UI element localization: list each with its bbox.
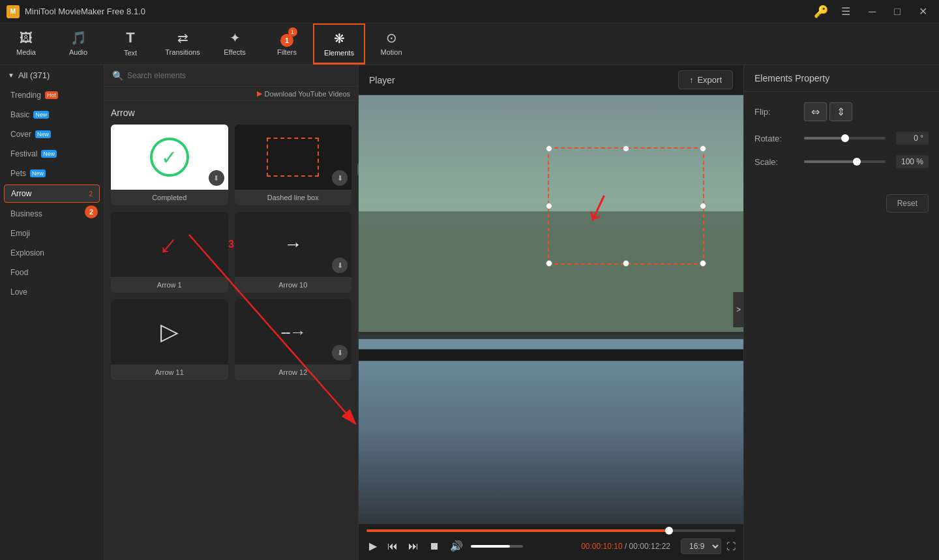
controls-row: ▶ ⏮ ⏭ ⏹ 🔊 00:00:10:10 / 00:00:12:22 16:9… (366, 537, 736, 555)
time-separator: / (625, 542, 629, 551)
category-festival[interactable]: Festival New (0, 144, 104, 164)
flip-horizontal-button[interactable]: ⇔ (804, 102, 827, 121)
all-categories[interactable]: ▼ All (371) (0, 65, 104, 85)
handle-bot-left[interactable] (546, 260, 552, 267)
progress-bar[interactable] (366, 529, 736, 532)
svg-rect-3 (359, 332, 743, 339)
filters-label: Filters (277, 48, 297, 56)
category-food-label: Food (10, 268, 28, 277)
fullscreen-button[interactable]: ⛶ (726, 541, 736, 552)
category-love[interactable]: Love (0, 282, 104, 302)
section-title: Arrow (111, 108, 351, 118)
expand-panel-button[interactable]: > (733, 292, 743, 327)
download-dashed-btn[interactable]: ⬇ (332, 170, 348, 186)
motion-label: Motion (380, 48, 402, 56)
volume-button[interactable]: 🔊 (447, 537, 466, 555)
basic-badge: New (33, 111, 49, 119)
category-love-label: Love (10, 287, 27, 297)
transitions-icon: ⇄ (177, 30, 188, 46)
category-emoji[interactable]: Emoji (0, 224, 104, 243)
flip-label: Flip: (754, 107, 794, 117)
download-arrow12-btn[interactable]: ⬇ (332, 345, 348, 361)
progress-thumb[interactable] (665, 527, 673, 535)
export-button[interactable]: ↑ Export (678, 70, 733, 89)
time-display: 00:00:10:10 / 00:00:12:22 (581, 542, 670, 551)
category-basic-label: Basic (10, 110, 29, 119)
download-completed-btn[interactable]: ⬇ (209, 170, 224, 186)
maximize-button[interactable]: □ (889, 3, 906, 20)
flip-row: Flip: ⇔ ⇕ (754, 102, 929, 121)
category-pets[interactable]: Pets New (0, 164, 104, 183)
element-arrow1[interactable]: ↓ Arrow 1 (111, 212, 228, 293)
category-food[interactable]: Food (0, 263, 104, 282)
volume-slider[interactable] (471, 545, 523, 548)
rotate-slider[interactable] (804, 137, 886, 140)
element-arrow10[interactable]: → ⬇ Arrow 10 (235, 212, 352, 293)
export-label: Export (697, 75, 722, 85)
scale-slider[interactable] (804, 160, 886, 163)
category-pets-label: Pets (10, 169, 26, 178)
category-emoji-label: Emoji (10, 229, 30, 238)
element-thumb-arrow11: ▷ (111, 299, 228, 364)
category-festival-label: Festival (10, 149, 37, 158)
category-cover-label: Cover (10, 130, 31, 139)
element-arrow11[interactable]: ▷ Arrow 11 (111, 299, 228, 380)
prev-frame-button[interactable]: ⏮ (385, 538, 400, 555)
handle-top-left[interactable] (546, 145, 552, 152)
arrow-element-in-video: ↓ (579, 179, 620, 231)
category-basic[interactable]: Basic New (0, 105, 104, 125)
text-icon: T (126, 29, 134, 46)
element-label-arrow1: Arrow 1 (111, 277, 228, 293)
toolbar-effects[interactable]: ✦ Effects (209, 23, 261, 65)
category-cover[interactable]: Cover New (0, 125, 104, 144)
next-frame-button[interactable]: ⏭ (406, 538, 421, 555)
rotate-slider-thumb[interactable] (841, 134, 849, 142)
flip-vertical-button[interactable]: ⇕ (829, 102, 852, 121)
category-trending[interactable]: Trending Hot (0, 85, 104, 105)
handle-bot-right[interactable] (700, 260, 706, 267)
toolbar-audio[interactable]: 🎵 Audio (52, 23, 104, 65)
selection-box: ↓ (548, 147, 704, 265)
play-button[interactable]: ▶ (366, 537, 380, 555)
youtube-icon: ▶ (257, 89, 262, 98)
category-arrow[interactable]: Arrow 2 (4, 184, 100, 203)
category-explosion-label: Explosion (10, 248, 44, 258)
aspect-ratio-select[interactable]: 16:9 4:3 1:1 (681, 538, 721, 554)
category-explosion[interactable]: Explosion (0, 243, 104, 263)
scale-slider-thumb[interactable] (853, 158, 861, 166)
element-thumb-arrow10: → ⬇ (235, 212, 352, 277)
handle-top-mid[interactable] (623, 145, 629, 152)
handle-top-right[interactable] (700, 145, 706, 152)
handle-mid-left[interactable] (546, 203, 552, 209)
audio-label: Audio (69, 48, 87, 56)
toolbar-elements[interactable]: ❋ Elements (313, 23, 365, 65)
download-arrow10-btn[interactable]: ⬇ (332, 258, 348, 273)
toolbar-transitions[interactable]: ⇄ Transitions (156, 23, 209, 65)
search-input[interactable] (127, 71, 350, 80)
toolbar-text[interactable]: T Text (104, 23, 156, 65)
minimize-button[interactable]: ─ (863, 3, 881, 20)
elements-search-bar: 🔍 (104, 65, 358, 87)
download-youtube-button[interactable]: ▶ Download YouTube Videos (257, 89, 351, 98)
menu-button[interactable]: ☰ (836, 3, 856, 20)
svg-rect-4 (359, 349, 743, 361)
element-completed[interactable]: ✓ ⬇ Completed (111, 125, 228, 205)
scale-row: Scale: 100 % (754, 155, 929, 168)
element-dashed-box[interactable]: ⬇ Dashed line box (235, 125, 352, 205)
handle-mid-right[interactable] (700, 203, 706, 209)
handle-bot-mid[interactable] (623, 260, 629, 267)
scale-slider-fill (804, 160, 857, 163)
element-thumb-completed: ✓ ⬇ (111, 125, 228, 190)
toolbar-motion[interactable]: ⊙ Motion (365, 23, 417, 65)
close-button[interactable]: ✕ (914, 3, 932, 20)
reset-button[interactable]: Reset (886, 194, 929, 213)
stop-button[interactable]: ⏹ (426, 538, 442, 555)
rotate-value: 0 ° (896, 132, 929, 145)
element-arrow12[interactable]: --→ ⬇ Arrow 12 (235, 299, 352, 380)
element-label-arrow11: Arrow 11 (111, 364, 228, 380)
toolbar-media[interactable]: 🖼 Media (0, 23, 52, 65)
svg-rect-2 (359, 334, 743, 523)
player-video: ↓ > (359, 95, 743, 523)
category-trending-label: Trending (10, 91, 41, 100)
motion-icon: ⊙ (386, 30, 397, 46)
